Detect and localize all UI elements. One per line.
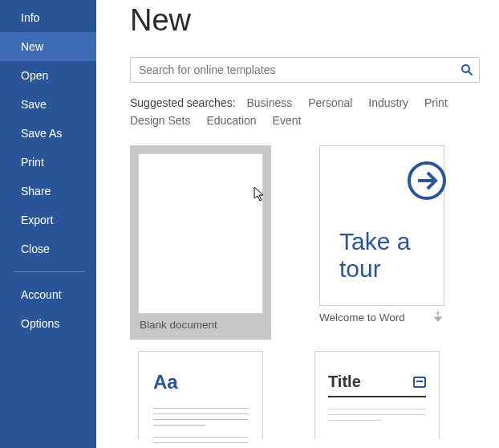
suggest-link-design-sets[interactable]: Design Sets <box>130 114 190 127</box>
main-panel: New Suggested searches: Business Persona… <box>96 0 499 448</box>
aa-thumb-text: Aa <box>153 371 248 393</box>
suggest-link-print[interactable]: Print <box>424 96 448 109</box>
sidebar-divider <box>14 271 85 272</box>
sidebar-item-options[interactable]: Options <box>0 309 96 338</box>
template-label-blank: Blank document <box>140 319 217 331</box>
sidebar-item-print[interactable]: Print <box>0 148 96 177</box>
template-blank-document[interactable]: Blank document <box>130 145 271 340</box>
sidebar-item-save-as[interactable]: Save As <box>0 119 96 148</box>
page-title: New <box>130 3 499 38</box>
sidebar-item-save[interactable]: Save <box>0 90 96 119</box>
search-icon <box>460 63 473 76</box>
sidebar-item-info[interactable]: Info <box>0 3 96 32</box>
suggested-label: Suggested searches: <box>130 96 236 109</box>
template-label-tour: Welcome to Word <box>319 312 405 324</box>
title-thumb-text: Title <box>328 373 361 391</box>
template-thumb-aa: Aa <box>138 351 263 439</box>
tour-thumb-line1: Take a <box>339 228 410 255</box>
pin-icon[interactable] <box>433 311 443 324</box>
sidebar-item-share[interactable]: Share <box>0 177 96 206</box>
sidebar-item-new[interactable]: New <box>0 32 96 61</box>
suggest-link-personal[interactable]: Personal <box>308 96 352 109</box>
template-title-report[interactable]: Title <box>314 351 440 439</box>
search-box <box>130 57 480 83</box>
suggest-link-business[interactable]: Business <box>246 96 292 109</box>
search-input[interactable] <box>130 57 480 83</box>
suggest-link-industry[interactable]: Industry <box>368 96 408 109</box>
sidebar-item-open[interactable]: Open <box>0 61 96 90</box>
template-single-spaced[interactable]: Aa <box>138 351 263 439</box>
suggest-link-education[interactable]: Education <box>206 114 256 127</box>
search-button[interactable] <box>454 57 480 83</box>
template-thumb-blank <box>138 153 263 314</box>
suggest-link-event[interactable]: Event <box>273 114 302 127</box>
tour-thumb-line2: tour <box>339 255 381 283</box>
backstage-sidebar: Info New Open Save Save As Print Share E… <box>0 0 96 448</box>
document-icon <box>413 377 426 388</box>
sidebar-item-export[interactable]: Export <box>0 206 96 234</box>
svg-line-1 <box>469 71 472 75</box>
template-thumb-title: Title <box>314 351 440 439</box>
suggested-searches: Suggested searches: Business Personal In… <box>130 94 480 129</box>
sidebar-item-account[interactable]: Account <box>0 280 96 309</box>
template-welcome-to-word[interactable]: Take a tour Welcome to Word <box>319 145 444 340</box>
sidebar-item-close[interactable]: Close <box>0 234 96 263</box>
template-thumb-tour: Take a tour <box>319 145 444 306</box>
arrow-right-circle-icon <box>405 159 448 202</box>
